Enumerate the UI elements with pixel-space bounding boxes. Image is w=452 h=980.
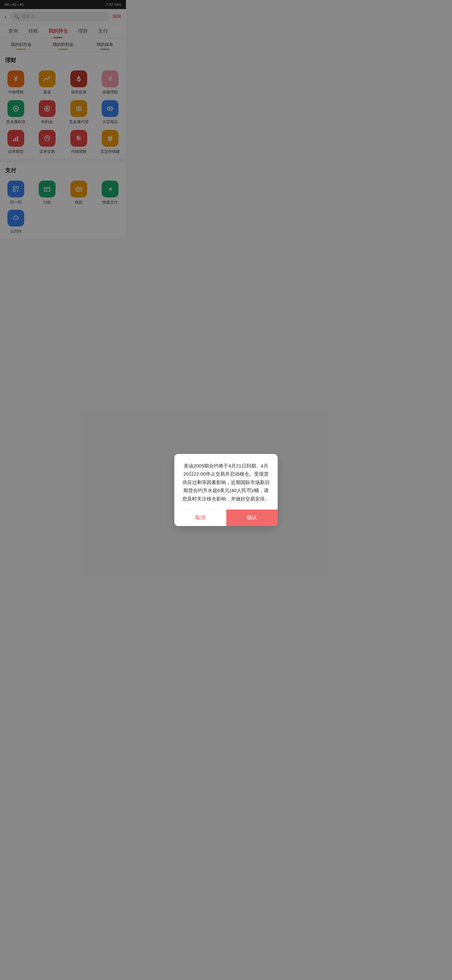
modal-overlay: 美油2005期合约将于4月21日到期、4月20日22:00停止交易并启动移仓。受… <box>0 0 126 273</box>
